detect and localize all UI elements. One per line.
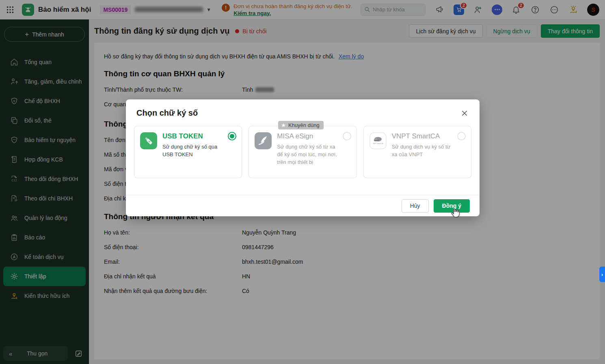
option-name: MISA eSign bbox=[277, 132, 341, 140]
confirm-button[interactable]: Đồng ý bbox=[434, 199, 470, 213]
recommended-badge-label: Khuyên dùng bbox=[288, 122, 320, 128]
screen: Bảo hiểm xã hội MS00019 ▼ ! Đơn vị chưa … bbox=[0, 0, 605, 364]
modal-footer: Hủy Đồng ý bbox=[126, 195, 480, 216]
signature-options: USB TOKEN Sử dụng chữ ký số qua USB TOKE… bbox=[126, 124, 480, 178]
option-desc: Sử dụng chữ ký số từ xa để ký số mọi lúc… bbox=[277, 143, 341, 166]
right-edge-expand-tab[interactable]: › bbox=[599, 267, 605, 282]
recommended-badge: ★ Khuyên dùng bbox=[278, 121, 323, 129]
modal-title: Chọn chữ ký số bbox=[136, 108, 198, 118]
radio-unselected-icon[interactable] bbox=[343, 132, 351, 140]
vnpt-smartca-icon: VNPT SmartCA bbox=[369, 132, 387, 149]
option-name: USB TOKEN bbox=[162, 132, 227, 140]
modal-header: Chọn chữ ký số bbox=[126, 99, 480, 124]
option-misa-esign[interactable]: ★ Khuyên dùng MISA eSign Sử dụng chữ ký … bbox=[248, 126, 357, 178]
cancel-button[interactable]: Hủy bbox=[402, 199, 429, 213]
option-desc: Sử dụng dịch vụ ký số từ xa của VNPT bbox=[392, 143, 456, 158]
star-icon: ★ bbox=[281, 122, 286, 128]
svg-text:VNPT SmartCA: VNPT SmartCA bbox=[373, 143, 383, 144]
option-usb-token[interactable]: USB TOKEN Sử dụng chữ ký số qua USB TOKE… bbox=[134, 126, 242, 178]
option-desc: Sử dụng chữ ký số qua USB TOKEN bbox=[162, 143, 227, 158]
misa-esign-icon bbox=[255, 132, 272, 149]
option-vnpt-smartca[interactable]: VNPT SmartCA VNPT SmartCA Sử dụng dịch v… bbox=[363, 126, 471, 178]
option-name: VNPT SmartCA bbox=[392, 132, 456, 140]
close-icon[interactable] bbox=[460, 109, 469, 118]
radio-unselected-icon[interactable] bbox=[457, 132, 466, 140]
signature-select-modal: Chọn chữ ký số U bbox=[126, 99, 480, 216]
usb-token-icon bbox=[140, 132, 157, 149]
